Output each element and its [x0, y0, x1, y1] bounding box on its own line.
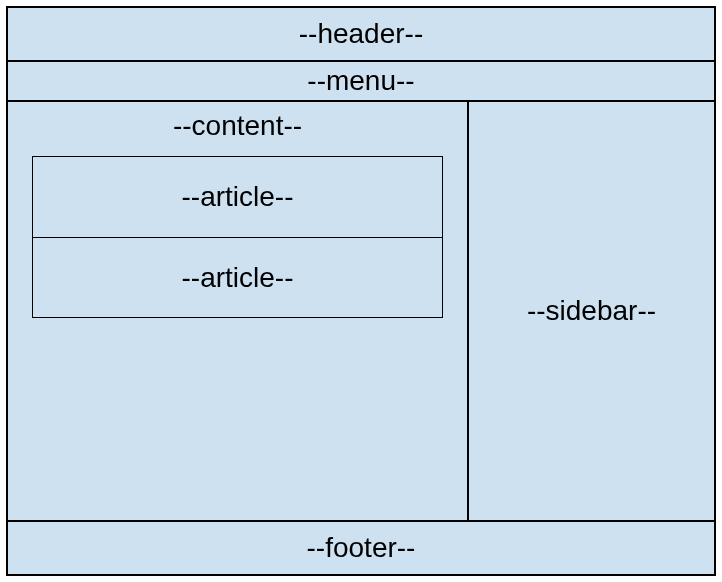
footer-label: --footer--	[307, 532, 416, 564]
footer-region: --footer--	[8, 522, 714, 574]
content-label: --content--	[32, 110, 443, 156]
article-region: --article--	[33, 237, 442, 317]
sidebar-region: --sidebar--	[469, 102, 714, 520]
articles-container: --article-- --article--	[32, 156, 443, 318]
middle-row: --content-- --article-- --article-- --si…	[8, 102, 714, 522]
article-label: --article--	[182, 262, 294, 294]
page-layout-diagram: --header-- --menu-- --content-- --articl…	[6, 6, 716, 576]
menu-region: --menu--	[8, 62, 714, 102]
article-region: --article--	[33, 157, 442, 237]
menu-label: --menu--	[307, 65, 414, 97]
content-region: --content-- --article-- --article--	[8, 102, 469, 520]
article-label: --article--	[182, 181, 294, 213]
header-label: --header--	[299, 18, 423, 50]
header-region: --header--	[8, 8, 714, 62]
sidebar-label: --sidebar--	[527, 295, 656, 327]
